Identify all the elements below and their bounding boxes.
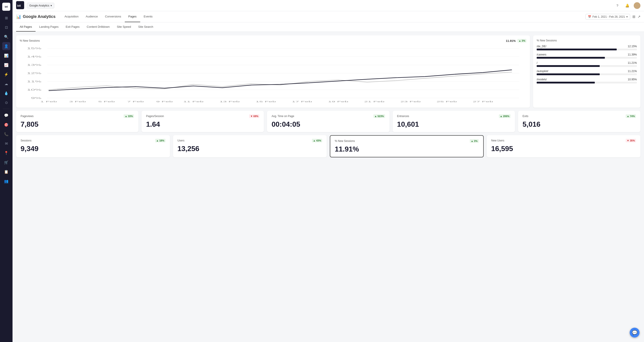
metric-value-avg-time: 00:04:05 <box>272 120 385 129</box>
sidebar-item-cart[interactable]: 🛒 <box>2 158 10 166</box>
metric-label-new-sessions-pct: % New Sessions <box>335 139 355 143</box>
metric-header-entrances: Entrances ▲ 206% <box>397 114 510 118</box>
metrics-row-2: Sessions ▲ 18% 9,349 Users ▲ 43% 13,256 … <box>16 135 640 157</box>
sub-tab-content-drilldown[interactable]: Content Drilldown <box>83 22 113 32</box>
chat-bubble[interactable]: 💬 <box>630 328 640 337</box>
firm-selector[interactable]: Google Analytics ▾ <box>27 3 54 9</box>
bar-track-2 <box>537 65 637 67</box>
bar-value-4: 10.95% <box>628 78 637 81</box>
metric-header-users: Users ▲ 43% <box>178 139 322 142</box>
bar-label-0: /de_DE/ <box>537 45 546 48</box>
nav-tab-acquisition[interactable]: Acquisition <box>61 11 82 22</box>
metric-header-sessions: Sessions ▲ 18% <box>20 139 166 142</box>
notification-icon[interactable]: 🔔 <box>624 2 630 9</box>
sidebar-item-phone[interactable]: 📞 <box>2 130 10 138</box>
bar-value-3: 11.21% <box>628 70 637 73</box>
metric-badge-new-sessions-pct: ▲ 3% <box>470 139 479 143</box>
help-icon[interactable]: ? <box>614 2 621 9</box>
metric-badge-new-users: ▼ 35% <box>626 139 636 142</box>
sidebar-item-target[interactable]: 🎯 <box>2 121 10 129</box>
sidebar-item-email[interactable]: ✉ <box>2 139 10 148</box>
metric-card-sessions: Sessions ▲ 18% 9,349 <box>16 135 170 157</box>
metric-badge-pageviews: ▲ 33% <box>124 114 134 118</box>
nav-tabs: Acquisition Audience Conversions Pages E… <box>61 11 156 22</box>
firm-dropdown-icon: ▾ <box>50 4 52 7</box>
sidebar-item-apps[interactable]: ⊡ <box>2 23 10 31</box>
nav-tab-conversions[interactable]: Conversions <box>101 11 124 22</box>
bar-track-3 <box>537 73 637 75</box>
bar-label-row-1: /careers 11.39% <box>537 53 637 56</box>
sidebar-item-location[interactable]: 📍 <box>2 149 10 157</box>
sidebar: btl ⊞ ⊡ 🔍 👤 📊 📈 ⚡ ☁ 💧 ⊙ 💬 🎯 📞 ✉ 📍 🛒 📋 👥 <box>0 0 12 342</box>
analytics-icon: 📊 <box>16 14 21 19</box>
sidebar-item-grid[interactable]: ⊞ <box>2 14 10 22</box>
svg-text:9 Feb: 9 Feb <box>156 101 173 103</box>
bar-track-0 <box>537 49 637 50</box>
sub-tab-site-speed[interactable]: Site Speed <box>113 22 134 32</box>
topbar-actions: ? 🔔 <box>614 2 640 9</box>
bar-label-3: /autopilot/ <box>537 70 548 73</box>
svg-text:9%: 9% <box>31 97 41 99</box>
sub-tab-exit-pages[interactable]: Exit Pages <box>62 22 83 32</box>
metric-value-exits: 5,016 <box>522 120 636 129</box>
sidebar-item-user[interactable]: 👤 <box>2 42 10 50</box>
share-icon[interactable]: ↗ <box>638 15 640 19</box>
metric-label-exits: Exits <box>522 115 528 118</box>
metric-header-avg-time: Avg. Time on Page ▲ 523% <box>272 114 385 118</box>
bar-item-3: /autopilot/ 11.21% <box>537 70 637 75</box>
svg-text:11%: 11% <box>27 80 41 83</box>
svg-text:3 Feb: 3 Feb <box>69 101 86 103</box>
content-area: % New Sessions 11.91% ▲ 3% 15% 14% 13% 1… <box>12 32 644 342</box>
sidebar-item-drop[interactable]: 💧 <box>2 89 10 97</box>
metric-label-new-users: New Users <box>491 139 504 142</box>
svg-text:17 Feb: 17 Feb <box>292 101 312 103</box>
metric-card-exits: Exits ▲ 74% 5,016 <box>518 111 640 132</box>
svg-text:13 Feb: 13 Feb <box>219 101 240 103</box>
date-dropdown-icon: ▾ <box>626 15 628 18</box>
svg-text:25 Feb: 25 Feb <box>437 101 457 103</box>
metric-label-users: Users <box>178 139 184 142</box>
metric-value-pageviews: 7,805 <box>20 120 134 129</box>
metric-header-new-sessions-pct: % New Sessions ▲ 3% <box>335 139 479 143</box>
columns-icon[interactable]: ⊞ <box>632 15 635 19</box>
sidebar-item-team[interactable]: 👥 <box>2 177 10 185</box>
nav-tab-events[interactable]: Events <box>140 11 156 22</box>
sub-tab-site-search[interactable]: Site Search <box>134 22 157 32</box>
metric-badge-exits: ▲ 74% <box>626 114 636 118</box>
sub-tab-all-pages[interactable]: All Pages <box>16 22 36 32</box>
sidebar-item-lightning[interactable]: ⚡ <box>2 70 10 78</box>
sidebar-item-chart[interactable]: 📈 <box>2 61 10 69</box>
metric-label-sessions: Sessions <box>20 139 32 142</box>
sidebar-logo[interactable]: btl <box>2 3 10 11</box>
calendar-icon: 📅 <box>588 15 591 18</box>
analytics-title: 📊 Google Analytics <box>16 14 56 19</box>
sidebar-item-list[interactable]: 📋 <box>2 168 10 176</box>
sidebar-item-search[interactable]: 🔍 <box>2 33 10 41</box>
date-selector[interactable]: 📅 Feb 1, 2021 - Feb 28, 2021 ▾ <box>586 14 630 20</box>
nav-tab-audience[interactable]: Audience <box>82 11 101 22</box>
date-range-text: Feb 1, 2021 - Feb 28, 2021 <box>592 15 625 18</box>
chart-badge: ▲ 3% <box>518 39 526 43</box>
logo-text: btl <box>5 5 8 8</box>
metric-card-avg-time: Avg. Time on Page ▲ 523% 00:04:05 <box>267 111 389 132</box>
metric-header-pages-session: Pages/Session ▼ 69% <box>146 114 260 118</box>
metric-badge-avg-time: ▲ 523% <box>374 114 385 118</box>
bar-fill-0 <box>537 49 617 50</box>
line-chart-card: % New Sessions 11.91% ▲ 3% 15% 14% 13% 1… <box>16 35 530 108</box>
sidebar-item-cloud[interactable]: ☁ <box>2 80 10 88</box>
chart-title: % New Sessions <box>20 39 40 42</box>
bar-label-4: /models/ <box>537 78 547 81</box>
bar-item-4: /models/ 10.95% <box>537 78 637 84</box>
topbar-logo: btl <box>16 1 24 10</box>
sidebar-item-chat[interactable]: 💬 <box>2 111 10 119</box>
sub-tab-landing-pages[interactable]: Landing Pages <box>36 22 62 32</box>
svg-text:13%: 13% <box>27 64 41 66</box>
svg-text:11 Feb: 11 Feb <box>183 101 204 103</box>
avatar[interactable] <box>634 2 640 9</box>
sidebar-item-analytics[interactable]: 📊 <box>2 52 10 60</box>
sub-tabs: All Pages Landing Pages Exit Pages Conte… <box>12 22 644 32</box>
nav-tab-pages[interactable]: Pages <box>125 11 140 22</box>
chart-value-row: 11.91% ▲ 3% <box>506 39 526 43</box>
bar-track-4 <box>537 82 637 84</box>
sidebar-item-circle[interactable]: ⊙ <box>2 99 10 107</box>
